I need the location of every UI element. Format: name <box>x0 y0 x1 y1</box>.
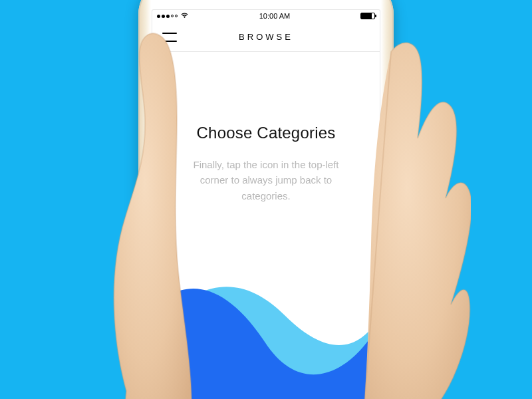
nav-bar: BROWSE <box>152 23 380 52</box>
status-right <box>360 13 375 19</box>
status-time: 10:00 AM <box>259 12 290 20</box>
menu-icon[interactable] <box>162 33 177 42</box>
onboarding-content: Choose Categories Finally, tap the icon … <box>152 52 380 399</box>
signal-strength-icon <box>157 15 178 18</box>
onboarding-body: Finally, tap the icon in the top-left co… <box>183 157 349 203</box>
phone-screen: 10:00 AM BROWSE Choose Categories Finall… <box>152 9 380 399</box>
status-left <box>157 12 189 20</box>
nav-title: BROWSE <box>152 32 380 42</box>
battery-icon <box>360 13 375 19</box>
wifi-icon <box>180 12 189 20</box>
wave-illustration <box>152 242 380 399</box>
onboarding-heading: Choose Categories <box>197 124 336 142</box>
status-bar: 10:00 AM <box>152 9 380 23</box>
phone-frame: 10:00 AM BROWSE Choose Categories Finall… <box>138 0 394 399</box>
